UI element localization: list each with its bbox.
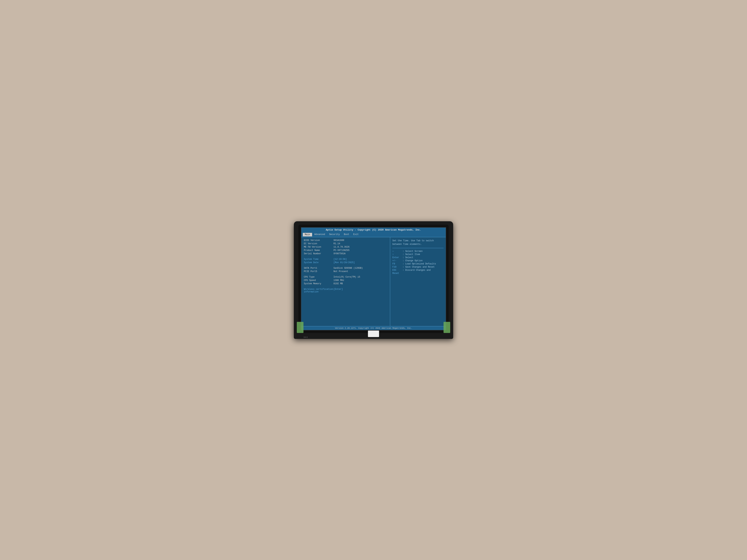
key-name-4: F9: [392, 263, 403, 265]
laptop-bottom-bar: NEC VH-5: [298, 333, 449, 339]
pcie-value: Not Present: [334, 270, 348, 273]
cpu-type-value: Intel(R) Core(TM) i5: [334, 276, 360, 278]
key-name-6: ESC: [392, 269, 403, 271]
content-area: BIOS Version 901A1600 EC Version R1.14 M…: [301, 237, 446, 326]
key-desc-0: : Select Screen: [403, 250, 422, 252]
menu-item-security[interactable]: Security: [327, 233, 342, 237]
menu-item-exit[interactable]: Exit: [352, 233, 361, 237]
key-name-0: ↔: [392, 250, 403, 252]
sticker: [368, 330, 379, 337]
key-desc-5: : Save Changes and Reset: [403, 266, 435, 268]
cpu-speed-row: CPU Speed 1300 MHz: [304, 279, 387, 282]
key-help-section: ↔ : Select Screen ↕ : Select Item Enter …: [392, 250, 443, 275]
bios-title-bar: Aptio Setup Utility – Copyright (C) 2020…: [301, 228, 446, 232]
sata-port-row: SATA Port1 SanDisk SD9SN8 (128GB): [304, 267, 387, 269]
cpu-speed-value: 1300 MHz: [334, 279, 344, 282]
key-row-6: ESC : Discard Changes and: [392, 269, 443, 271]
ec-version-label: EC Version: [304, 242, 334, 245]
system-time-value[interactable]: [12:19:56]: [334, 258, 347, 261]
me-fw-version-row: ME FW Version 11.8.70.3626: [304, 246, 387, 248]
menu-item-main[interactable]: Main: [303, 233, 312, 237]
menu-item-boot[interactable]: Boot: [342, 233, 351, 237]
main-panel: BIOS Version 901A1600 EC Version R1.14 M…: [301, 237, 390, 326]
key-name-5: F10: [392, 266, 403, 268]
key-desc-1: : Select Item: [403, 253, 420, 256]
wireless-row[interactable]: Wireless certification information [Ente…: [304, 288, 387, 293]
key-desc-3: : Change Option: [403, 260, 422, 262]
pcie-label: PCIE Port5: [304, 270, 334, 273]
wireless-value[interactable]: [Enter]: [334, 288, 343, 293]
tape-left: [297, 322, 304, 333]
key-desc-4: : Load Optimized Defaults: [403, 263, 436, 265]
system-time-label: System Time: [304, 258, 334, 261]
ec-version-row: EC Version R1.14: [304, 242, 387, 245]
serial-number-value: 9Y007501A: [334, 252, 345, 255]
key-row-5: F10 : Save Changes and Reset: [392, 266, 443, 268]
key-row-3: +/- : Change Option: [392, 260, 443, 262]
system-date-row[interactable]: System Date [Mon 01/20/2025]: [304, 261, 387, 264]
model-label: VH-5: [304, 336, 308, 338]
bios-title: Aptio Setup Utility – Copyright (C) 2020…: [326, 229, 421, 231]
key-row-2: Enter : Select: [392, 256, 443, 259]
key-name-3: +/-: [392, 260, 403, 262]
key-name-7: Reset: [392, 272, 403, 275]
sata-label: SATA Port1: [304, 267, 334, 269]
laptop-body: Aptio Setup Utility – Copyright (C) 2020…: [294, 221, 453, 339]
status-text: Version 2.20.1271. Copyright (C) 2020 Am…: [335, 327, 412, 329]
key-name-2: Enter: [392, 256, 403, 259]
key-name-1: ↕: [392, 253, 403, 256]
system-time-row[interactable]: System Time [12:19:56]: [304, 258, 387, 261]
product-name-label: Product Name: [304, 249, 334, 252]
bios-version-row: BIOS Version 901A1600: [304, 239, 387, 242]
system-memory-label: System Memory: [304, 283, 334, 285]
bios-screen: Aptio Setup Utility – Copyright (C) 2020…: [301, 227, 446, 330]
tape-right: [443, 322, 450, 333]
me-fw-version-value: 11.8.70.3626: [334, 246, 350, 248]
pcie-port-row: PCIE Port5 Not Present: [304, 270, 387, 273]
key-row-1: ↕ : Select Item: [392, 253, 443, 256]
status-bar: Version 2.20.1271. Copyright (C) 2020 Am…: [301, 326, 446, 330]
system-memory-value: 8192 MB: [334, 283, 343, 285]
key-row-0: ↔ : Select Screen: [392, 250, 443, 252]
serial-number-row: Serial Number 9Y007501A: [304, 252, 387, 255]
key-row-7: Reset: [392, 272, 443, 275]
serial-number-label: Serial Number: [304, 252, 334, 255]
product-name-value: PC-VKT13HZG5: [334, 249, 350, 252]
help-text: Set the Time. Use Tab to switch between …: [392, 239, 443, 248]
menu-item-advanced[interactable]: Advanced: [313, 233, 327, 237]
system-date-label: System Date: [304, 261, 334, 264]
ec-version-value: R1.14: [334, 242, 340, 245]
bios-menu-bar[interactable]: Main Advanced Security Boot Exit: [301, 232, 446, 237]
system-date-value[interactable]: [Mon 01/20/2025]: [334, 261, 355, 264]
system-memory-row: System Memory 8192 MB: [304, 283, 387, 285]
key-desc-2: : Select: [403, 256, 413, 259]
me-fw-version-label: ME FW Version: [304, 246, 334, 248]
bios-version-label: BIOS Version: [304, 239, 334, 242]
bios-version-value: 901A1600: [334, 239, 344, 242]
cpu-speed-label: CPU Speed: [304, 279, 334, 282]
key-row-4: F9 : Load Optimized Defaults: [392, 263, 443, 265]
key-desc-6: : Discard Changes and: [403, 269, 431, 271]
side-panel: Set the Time. Use Tab to switch between …: [390, 237, 446, 326]
cpu-type-label: CPU Type: [304, 276, 334, 278]
wireless-label: Wireless certification information: [304, 288, 334, 293]
sata-value: SanDisk SD9SN8 (128GB): [334, 267, 363, 269]
product-name-row: Product Name PC-VKT13HZG5: [304, 249, 387, 252]
screen-bezel: Aptio Setup Utility – Copyright (C) 2020…: [298, 224, 449, 333]
cpu-type-row: CPU Type Intel(R) Core(TM) i5: [304, 276, 387, 278]
